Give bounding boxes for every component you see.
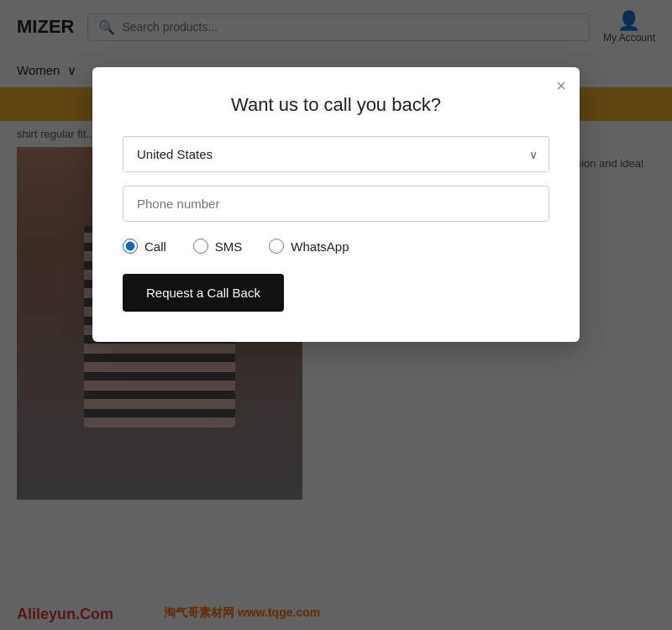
- modal-title: Want us to call you back?: [123, 94, 549, 116]
- radio-call-label: Call: [144, 239, 166, 254]
- radio-whatsapp[interactable]: [269, 239, 284, 254]
- callback-modal: × Want us to call you back? United State…: [92, 67, 580, 342]
- radio-option-whatsapp[interactable]: WhatsApp: [269, 239, 349, 254]
- radio-sms[interactable]: [193, 239, 208, 254]
- request-callback-button[interactable]: Request a Call Back: [123, 274, 284, 312]
- modal-close-button[interactable]: ×: [556, 77, 566, 94]
- radio-option-sms[interactable]: SMS: [193, 239, 243, 254]
- radio-option-call[interactable]: Call: [123, 239, 166, 254]
- radio-whatsapp-label: WhatsApp: [291, 239, 349, 254]
- radio-call[interactable]: [123, 239, 138, 254]
- country-select[interactable]: United States United Kingdom Canada Aust…: [123, 136, 549, 172]
- contact-method-radio-group: Call SMS WhatsApp: [123, 239, 549, 254]
- country-select-wrapper[interactable]: United States United Kingdom Canada Aust…: [123, 136, 549, 172]
- radio-sms-label: SMS: [215, 239, 243, 254]
- phone-input[interactable]: [123, 186, 549, 222]
